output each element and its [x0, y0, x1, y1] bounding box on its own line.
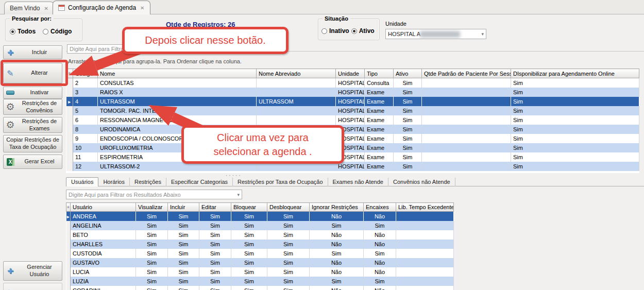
column-header[interactable]: Nome Abreviado — [257, 69, 336, 78]
table-cell: Não — [364, 286, 396, 290]
column-header[interactable]: Lib. Tempo Excedente — [396, 203, 454, 212]
inativar-button[interactable]: Inativar — [3, 87, 62, 99]
table-cell: Sim — [231, 277, 267, 286]
pencil-icon: ✎ — [4, 288, 17, 290]
user-row[interactable]: CHARLLESSimSimSimSimSimNãoNão — [66, 240, 454, 249]
copiar-restricoes-button[interactable]: Copiar Restrições de Taxa de Ocupação — [3, 135, 62, 152]
column-header[interactable]: Ativo — [394, 69, 422, 78]
table-cell: Sim — [511, 143, 639, 152]
radio-icon[interactable] — [43, 29, 48, 35]
button-label: Gerar Excel — [17, 158, 62, 166]
restricoes-convenios-button[interactable]: ⚙Restrições de Convênios — [3, 99, 62, 115]
agenda-row[interactable]: 12ULTRASSOM-2HOSPITALExameSimSim — [66, 162, 639, 171]
column-header[interactable]: Bloquear — [231, 203, 267, 212]
app-window: Bem Vindo✕Configuração de Agenda✕ Pesqui… — [0, 0, 644, 290]
column-header[interactable]: Desbloquear — [267, 203, 310, 212]
table-cell: Sim — [231, 212, 267, 221]
column-header[interactable]: Nome — [98, 69, 257, 78]
radio-icon[interactable] — [10, 29, 15, 35]
table-cell: Sim — [511, 97, 639, 106]
close-icon[interactable]: ✕ — [140, 5, 144, 11]
column-header[interactable]: Qtde Padrão de Paciente Por Sessão — [422, 69, 511, 78]
table-cell: Sim — [231, 230, 267, 240]
table-cell: Sim — [511, 88, 639, 97]
detail-tab-restri-es[interactable]: Restrições — [130, 178, 166, 186]
table-cell: ULTRASSOM — [98, 97, 257, 106]
users-table: ✳UsuárioVisualizarIncluirEditarBloquearD… — [66, 202, 454, 290]
row-indicator — [66, 115, 73, 125]
unidade-combobox[interactable]: HOSPITAL A ▾ — [385, 29, 486, 39]
detail-tab-usu-rios[interactable]: Usuários — [66, 177, 98, 186]
table-cell: LUCIA — [71, 267, 136, 277]
callout-select-agenda: Clicar uma vez para selecionar a agenda … — [181, 125, 344, 164]
detail-tab-bar: UsuáriosHoráriosRestriçõesEspecificar Ca… — [66, 177, 455, 186]
agenda-row[interactable]: 6RESSONANCIA MAGNETICAHOSPITALExameSimSi… — [66, 115, 639, 125]
dropdown-arrow-icon[interactable]: ▾ — [237, 192, 240, 197]
user-row[interactable]: GUSTAVOSimSimSimSimSimNãoNão — [66, 258, 454, 267]
tab-configura-o-de-agenda[interactable]: Configuração de Agenda✕ — [53, 1, 150, 14]
column-header[interactable]: Usuário — [71, 203, 136, 212]
column-header[interactable]: Ignorar Restrições — [310, 203, 364, 212]
column-header[interactable]: Visualizar — [136, 203, 168, 212]
table-cell: 4 — [73, 97, 98, 106]
alterar-usuario-button[interactable]: ✎Alterar — [3, 283, 62, 290]
row-indicator — [66, 286, 71, 290]
radio-inativo[interactable]: Inativo — [321, 27, 349, 35]
users-filter-combobox[interactable]: Digite Aqui para Filtrar os Resultados A… — [66, 190, 242, 199]
user-row[interactable]: BETOSimSimSimSimSimNãoNão — [66, 230, 454, 240]
dropdown-arrow-icon[interactable]: ▾ — [481, 31, 484, 37]
user-row[interactable]: ▸ANDREASimSimSimSimSimNãoNão — [66, 212, 454, 221]
table-cell: Sim — [168, 230, 199, 240]
agenda-row[interactable]: 9ENDOSCOPIA / COLONOSCOPIAHOSPITALExameS… — [66, 134, 639, 143]
detail-tab-especificar-categorias[interactable]: Especificar Categorias — [166, 178, 233, 186]
table-cell: HOSPITAL — [336, 97, 365, 106]
agenda-row[interactable]: 10UROFLUXOMETRIAHOSPITALExameSimSim — [66, 143, 639, 152]
user-row[interactable]: ANGELINASimSimSimSimSimSimSim — [66, 221, 454, 230]
column-header[interactable]: Código — [73, 69, 98, 78]
agenda-row[interactable]: 8URODINAMICAHOSPITALExameSimSim — [66, 125, 639, 134]
table-cell: Sim — [364, 277, 396, 286]
close-icon[interactable]: ✕ — [44, 6, 48, 11]
column-header[interactable]: Encaixes — [364, 203, 396, 212]
radio-ativo[interactable]: Ativo — [351, 27, 375, 35]
column-header[interactable]: Unidade — [336, 69, 365, 78]
detail-tab-hor-rios[interactable]: Horários — [98, 178, 130, 186]
user-row[interactable]: LUCIASimSimSimSimSimNãoNão — [66, 267, 454, 277]
column-header[interactable]: Editar — [199, 203, 231, 212]
search-by-options: TodosCódigo — [10, 28, 72, 35]
agenda-row[interactable]: 11ESPIROMETRIAHOSPITALExameSimSim — [66, 152, 639, 162]
table-cell: Não — [310, 286, 364, 290]
column-header[interactable]: Incluir — [168, 203, 199, 212]
radio-label: Inativo — [329, 27, 349, 35]
detail-tab-conv-nios-n-o-atende[interactable]: Convênios não Atende — [388, 178, 455, 186]
column-header[interactable]: DIsponibilizar para Agendamento Online — [511, 69, 639, 78]
incluir-button[interactable]: ✚Incluir — [3, 45, 62, 59]
table-cell: Não — [310, 240, 364, 249]
radio-icon[interactable] — [321, 28, 327, 34]
column-header[interactable]: Tipo — [365, 69, 394, 78]
radio-todos[interactable]: Todos — [10, 28, 36, 35]
redacted-text — [420, 31, 460, 38]
table-cell: Sim — [168, 267, 199, 277]
agenda-row[interactable]: ▸4ULTRASSOMULTRASSOMHOSPITALExameSimSim — [66, 97, 639, 106]
detail-tab-restri-es-por-taxa-de-ocupa-o[interactable]: Restrições por Taxa de Ocupação — [233, 178, 328, 186]
table-cell: BETO — [71, 230, 136, 240]
callout-click-button: Depois clicar nesse botão. — [122, 27, 289, 54]
table-cell: Não — [364, 258, 396, 267]
user-row[interactable]: LUZIASimSimSimSimSimSimSim — [66, 277, 454, 286]
agenda-row[interactable]: 5TOMOGR. PAC. INTERNOHOSPITALExameSimSim — [66, 106, 639, 115]
agenda-row[interactable]: 3RAIOS XHOSPITALExameSimSim — [66, 88, 639, 97]
gerar-excel-button[interactable]: XGerar Excel — [3, 155, 62, 169]
table-cell: 2 — [73, 78, 98, 88]
detail-tab-exames-n-o-atende[interactable]: Exames não Atende — [328, 178, 388, 186]
gerenciar-usuario-button[interactable]: ✚Gerenciar Usuário — [3, 261, 62, 281]
restricoes-exames-button[interactable]: ⚙Restrições de Exames — [3, 117, 62, 133]
row-indicator — [66, 88, 73, 97]
user-row[interactable]: CORADINISimSimSimSimSimNãoNão — [66, 286, 454, 290]
radio-icon[interactable] — [351, 28, 357, 34]
tab-bem-vindo[interactable]: Bem Vindo✕ — [4, 2, 54, 14]
radio-código[interactable]: Código — [43, 28, 72, 35]
table-cell — [257, 106, 336, 115]
agenda-row[interactable]: 2CONSULTASHOSPITALConsultaSimSim — [66, 78, 639, 88]
user-row[interactable]: CUSTODIASimSimSimSimSimSimSim — [66, 249, 454, 258]
